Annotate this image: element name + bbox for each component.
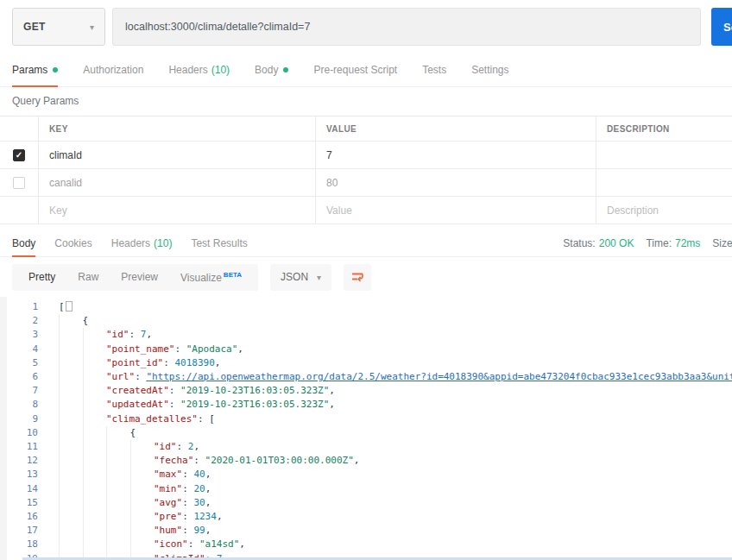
tab-pre-request-script[interactable]: Pre-request Script (313, 53, 397, 86)
view-visualize[interactable]: VisualizeBETA (169, 271, 253, 284)
editor-cursor (66, 301, 73, 311)
column-header-value: VALUE (315, 116, 596, 141)
line-number: 4 (0, 343, 38, 356)
param-value-placeholder[interactable]: Value (315, 197, 596, 223)
param-key-placeholder[interactable]: Key (38, 197, 315, 223)
line-number: 6 (0, 370, 38, 384)
line-number: 9 (0, 412, 38, 426)
view-preview[interactable]: Preview (110, 271, 169, 283)
view-switcher: Pretty Raw Preview VisualizeBETA (12, 264, 258, 291)
param-key-field[interactable]: climaId (38, 142, 315, 168)
tab-params[interactable]: Params (12, 53, 58, 86)
tab-headers-label: Headers (168, 64, 207, 76)
response-toolbar: Pretty Raw Preview VisualizeBETA JSON ▾ (0, 257, 732, 297)
code-line: 15 "avg": 30, (0, 496, 732, 510)
code-line: 18 "icon": "a14sd", (0, 538, 732, 551)
time-label: Time: (646, 237, 672, 249)
view-visualize-label: Visualize (180, 272, 222, 284)
response-tab-body-label: Body (12, 237, 35, 249)
chevron-down-icon: ▾ (317, 273, 321, 282)
beta-badge: BETA (224, 271, 242, 279)
tab-tests[interactable]: Tests (422, 53, 446, 86)
code-lines: 1[2 {3 "id": 7,4 "point_name": "Apodaca"… (0, 300, 732, 560)
code-line: 2 { (0, 314, 732, 328)
param-value-field[interactable]: 80 (315, 169, 596, 196)
chevron-down-icon: ▾ (90, 22, 94, 32)
code-line: 16 "pre": 1234, (0, 510, 732, 524)
line-number: 15 (0, 496, 38, 510)
line-number: 10 (0, 426, 38, 440)
query-params-header-row: KEY VALUE DESCRIPTION (0, 116, 732, 142)
line-number: 11 (0, 440, 38, 454)
line-number: 1 (0, 300, 38, 314)
code-line: 14 "min": 20, (0, 482, 732, 496)
table-row: Key Value Description (0, 197, 732, 223)
status-label: Status: (563, 237, 595, 249)
response-tab-headers-label: Headers (111, 237, 150, 249)
line-number: 7 (0, 384, 38, 398)
send-button[interactable]: Send (711, 8, 732, 46)
wrap-lines-button[interactable] (344, 264, 371, 291)
code-line: 12 "fecha": "2020-01-01T03:00:00.000Z", (0, 454, 732, 468)
line-number: 13 (0, 468, 38, 481)
tab-params-label: Params (12, 64, 47, 76)
table-row: climaId 7 (0, 142, 732, 169)
url-input[interactable] (112, 8, 701, 46)
request-tabs: Params Authorization Headers (10) Body P… (0, 53, 732, 87)
column-header-description: DESCRIPTION (596, 116, 732, 141)
tab-tests-label: Tests (422, 64, 446, 76)
param-description-field[interactable] (596, 142, 732, 168)
line-number: 8 (0, 398, 38, 412)
line-number: 12 (0, 454, 38, 468)
method-select[interactable]: GET ▾ (12, 8, 105, 46)
params-active-dot-icon (53, 67, 58, 72)
tab-headers[interactable]: Headers (10) (168, 53, 230, 86)
code-line: 5 "point_id": 4018390, (0, 356, 732, 370)
code-line: 4 "point_name": "Apodaca", (0, 343, 732, 356)
line-number: 14 (0, 482, 38, 496)
code-line: 8 "updatedAt": "2019-10-23T16:03:05.323Z… (0, 398, 732, 412)
code-line: 17 "hum": 99, (0, 524, 732, 538)
header-checkbox-cell (0, 116, 38, 141)
tab-settings[interactable]: Settings (471, 53, 508, 86)
size-label: Size: (712, 237, 732, 249)
code-line: 11 "id": 2, (0, 440, 732, 454)
response-body-editor[interactable]: 1[2 {3 "id": 7,4 "point_name": "Apodaca"… (0, 297, 732, 560)
param-value-field[interactable]: 7 (315, 142, 596, 168)
response-tab-headers[interactable]: Headers (10) (111, 230, 173, 256)
line-number: 3 (0, 328, 38, 342)
param-description-placeholder[interactable]: Description (596, 197, 732, 223)
status-badge: 200 OK (599, 237, 634, 249)
param-description-field[interactable] (596, 169, 732, 196)
response-tab-cookies[interactable]: Cookies (54, 230, 92, 256)
wrap-lines-icon (350, 270, 365, 284)
line-number: 2 (0, 314, 38, 328)
param-key-field[interactable]: canalid (38, 169, 315, 196)
param-checkbox[interactable] (13, 177, 25, 189)
tab-authorization[interactable]: Authorization (83, 53, 143, 86)
response-tab-body[interactable]: Body (12, 230, 35, 256)
response-headers-count: (10) (154, 237, 172, 249)
table-row: canalid 80 (0, 169, 732, 197)
language-select[interactable]: JSON ▾ (270, 264, 331, 291)
code-line: 9 "clima_detalles": [ (0, 412, 732, 426)
param-checkbox[interactable] (13, 149, 25, 161)
time-value: 72ms (675, 237, 700, 249)
language-label: JSON (281, 271, 308, 283)
code-line: 3 "id": 7, (0, 328, 732, 342)
line-number: 18 (0, 538, 38, 551)
tab-pre-request-label: Pre-request Script (313, 64, 397, 76)
query-params-title: Query Params (0, 87, 732, 116)
view-raw[interactable]: Raw (66, 271, 110, 283)
tab-body-label: Body (255, 64, 278, 76)
view-pretty[interactable]: Pretty (17, 271, 66, 283)
tab-body[interactable]: Body (255, 53, 288, 86)
line-number: 17 (0, 524, 38, 538)
line-number: 5 (0, 356, 38, 370)
response-stats: Status: 200 OK Time: 72ms Size: (551, 230, 732, 256)
code-line: 6 "url": "https://api.openweathermap.org… (0, 370, 732, 384)
column-header-key: KEY (38, 116, 315, 141)
query-params-table: KEY VALUE DESCRIPTION climaId 7 canalid … (0, 116, 732, 224)
response-tab-test-results[interactable]: Test Results (191, 230, 247, 256)
line-number: 16 (0, 510, 38, 524)
